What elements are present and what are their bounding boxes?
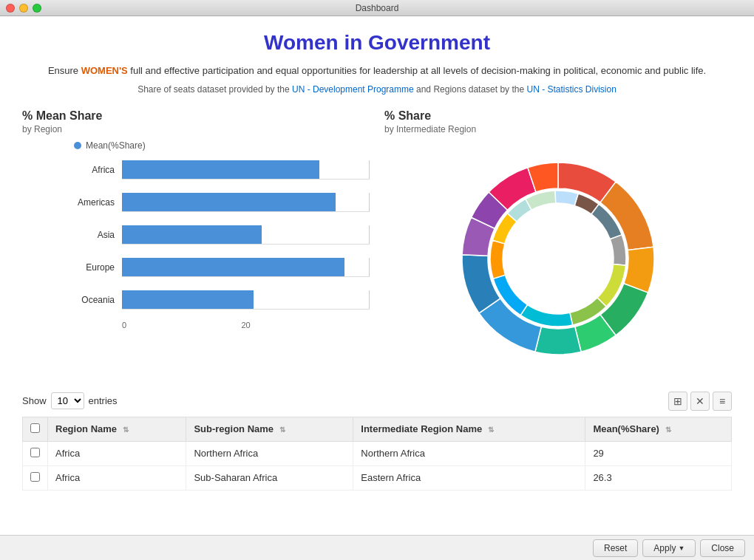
donut-chart-section: % Share by Intermediate Region (384, 109, 732, 377)
bar-chart-legend: Mean(%Share) (22, 140, 370, 151)
subtitle-highlight: WOMEN'S (81, 65, 128, 76)
x-axis: 0 20 (74, 321, 370, 329)
bar-track (122, 193, 370, 212)
th-mean: Mean(%Share) ⇅ (585, 417, 732, 441)
cell-intermediate: Eastern Africa (353, 465, 585, 490)
bar-label: Oceania (74, 295, 122, 305)
minimize-button[interactable] (19, 4, 28, 13)
entries-select[interactable]: 10 25 50 (51, 392, 84, 409)
legend-label: Mean(%Share) (86, 140, 146, 151)
bar-fill (122, 193, 336, 211)
bar-label: Africa (74, 165, 122, 175)
bar-chart-subtitle: by Region (22, 124, 370, 134)
bar-track (122, 225, 370, 245)
show-entries: Show 10 25 50 entries (22, 392, 118, 409)
bar-fill (122, 290, 254, 309)
main-content: Women in Government Ensure WOMEN'S full … (0, 16, 754, 560)
link-undp[interactable]: UN - Development Programme (292, 84, 414, 95)
entries-label: entries (89, 395, 118, 406)
bars-area: AfricaAmericasAsiaEuropeOceania (74, 158, 370, 312)
svg-point-0 (504, 205, 612, 313)
table-header: Region Name ⇅ Sub-region Name ⇅ Intermed… (23, 417, 732, 441)
bar-chart-container: AfricaAmericasAsiaEuropeOceania 0 20 (22, 158, 370, 352)
bar-track (122, 160, 370, 180)
menu-icon-btn[interactable]: ≡ (713, 392, 732, 411)
cell-intermediate: Northern Africa (353, 441, 585, 465)
table-row: AfricaNorthern AfricaNorthern Africa29 (23, 441, 732, 465)
bar-track (122, 290, 370, 310)
sort-region-icon[interactable]: ⇅ (123, 426, 129, 434)
cell-subregion: Sub-Saharan Africa (186, 465, 353, 490)
bar-label: Americas (74, 197, 122, 208)
row-checkbox[interactable] (30, 472, 40, 482)
link-unsd[interactable]: UN - Statistics Division (526, 84, 616, 95)
donut-chart-title: % Share (384, 109, 732, 123)
cell-subregion: Northern Africa (186, 441, 353, 465)
data-table: Region Name ⇅ Sub-region Name ⇅ Intermed… (22, 417, 732, 491)
cell-region: Africa (48, 441, 186, 465)
row-checkbox-cell (23, 441, 48, 465)
donut-chart-subtitle: by Intermediate Region (384, 124, 732, 134)
close-dialog-button[interactable]: Close (700, 539, 745, 557)
bar-chart-section: % Mean Share by Region Mean(%Share) Afri… (22, 109, 370, 377)
links-pre: Share of seats dataset provided by the (137, 84, 292, 95)
charts-row: % Mean Share by Region Mean(%Share) Afri… (22, 109, 732, 377)
cell-mean: 29 (585, 441, 732, 465)
select-all-checkbox[interactable] (30, 423, 40, 433)
legend-dot (74, 142, 81, 149)
subtitle-post: full and effective participation and equ… (128, 65, 706, 76)
table-body: AfricaNorthern AfricaNorthern Africa29Af… (23, 441, 732, 490)
links-line: Share of seats dataset provided by the U… (22, 84, 732, 95)
th-region: Region Name ⇅ (48, 417, 186, 441)
table-section: Show 10 25 50 entries ⊞ ✕ ≡ (22, 392, 732, 491)
row-checkbox-cell (23, 465, 48, 490)
sort-intermediate-icon[interactable]: ⇅ (488, 426, 494, 434)
sort-mean-icon[interactable]: ⇅ (665, 426, 671, 434)
close-button[interactable] (6, 4, 15, 13)
bottom-bar: Reset Apply Close (0, 535, 754, 560)
grid-icon-btn[interactable]: ⊞ (668, 392, 687, 411)
bar-label: Europe (74, 262, 122, 273)
window-title: Dashboard (356, 3, 399, 13)
table-row: AfricaSub-Saharan AfricaEastern Africa26… (23, 465, 732, 490)
cell-region: Africa (48, 465, 186, 490)
links-mid: and Regions dataset by the (414, 84, 527, 95)
th-intermediate: Intermediate Region Name ⇅ (353, 417, 585, 441)
sort-subregion-icon[interactable]: ⇅ (279, 426, 285, 434)
th-subregion: Sub-region Name ⇅ (186, 417, 353, 441)
copy-icon-btn[interactable]: ✕ (690, 392, 710, 411)
subtitle-pre: Ensure (48, 65, 81, 76)
reset-button[interactable]: Reset (593, 539, 638, 557)
apply-button[interactable]: Apply (642, 539, 696, 557)
show-label: Show (22, 395, 47, 406)
subtitle: Ensure WOMEN'S full and effective partic… (22, 64, 732, 78)
table-icons: ⊞ ✕ ≡ (668, 392, 732, 411)
titlebar: Dashboard (0, 0, 754, 16)
bar-row: Oceania (74, 288, 370, 312)
bar-row: Asia (74, 223, 370, 247)
x-tick-0: 0 (122, 321, 205, 329)
page-title: Women in Government (22, 31, 732, 55)
bar-row: Americas (74, 191, 370, 214)
window-buttons (6, 4, 41, 13)
bar-fill (122, 258, 344, 276)
x-tick-end (287, 321, 370, 329)
bar-chart-title: % Mean Share (22, 109, 370, 123)
bar-label: Asia (74, 230, 122, 240)
bar-track (122, 258, 370, 277)
maximize-button[interactable] (33, 4, 41, 13)
donut-svg (447, 148, 669, 369)
th-checkbox (23, 417, 48, 441)
bar-fill (122, 160, 319, 179)
cell-mean: 26.3 (585, 465, 732, 490)
table-controls: Show 10 25 50 entries ⊞ ✕ ≡ (22, 392, 732, 411)
bar-fill (122, 225, 262, 244)
x-tick-20: 20 (205, 321, 288, 329)
bar-row: Africa (74, 158, 370, 182)
donut-container (384, 140, 732, 377)
row-checkbox[interactable] (30, 448, 40, 457)
bar-row: Europe (74, 256, 370, 279)
